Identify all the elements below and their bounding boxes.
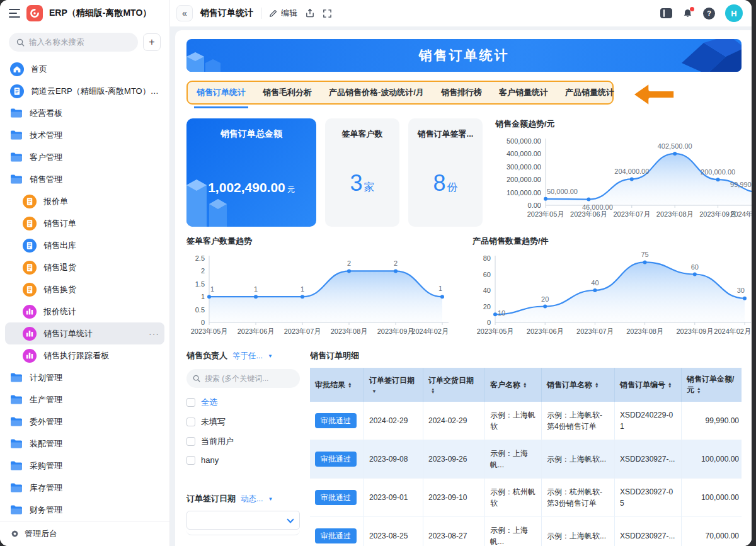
- sidebar-item[interactable]: 财务管理: [5, 499, 164, 521]
- sidebar-item-label: 经营看板: [30, 108, 159, 119]
- notifications-bell-icon[interactable]: [682, 8, 693, 19]
- table-row[interactable]: 审批通过2023-08-252023-08-27示例：上海帆...示例：上海帆软…: [310, 517, 742, 546]
- sidebar-item[interactable]: 销售订单统计···: [5, 322, 164, 344]
- checkbox[interactable]: [186, 398, 195, 407]
- column-header[interactable]: 销售订单金额/元▲▼: [682, 368, 742, 402]
- filter-options: 全选未填写当前用户hany: [186, 397, 300, 465]
- table-row[interactable]: 审批通过2024-02-292024-02-29示例：上海帆软示例：上海帆软-第…: [310, 402, 742, 440]
- kpi-value: 3: [350, 170, 362, 196]
- doc-icon: [23, 217, 37, 230]
- folder-icon: [10, 372, 23, 383]
- filter-search-input[interactable]: 搜索 (多个关键词...: [186, 369, 300, 388]
- signed-customers-trend-chart: 00.511.522.52023年05月2023年06月2023年07月2023…: [186, 248, 451, 338]
- date-filter-operator-link[interactable]: 动态...: [241, 494, 263, 504]
- sidebar-item[interactable]: 委外管理: [5, 411, 164, 433]
- collapse-sidebar-button[interactable]: «: [176, 5, 193, 21]
- filter-option[interactable]: 全选: [186, 397, 300, 408]
- edit-button[interactable]: 编辑: [269, 8, 297, 19]
- sidebar-item-label: 报价单: [43, 196, 159, 207]
- sidebar-item[interactable]: 简道云ERP（精细版-离散MTO）「...: [5, 80, 164, 102]
- kpi-card-signed-orders[interactable]: 销售订单签署... 8份: [408, 118, 483, 227]
- sidebar-item[interactable]: 销售管理: [5, 168, 164, 190]
- sidebar-item[interactable]: 库存管理: [5, 477, 164, 499]
- sidebar-item[interactable]: 销售退货: [5, 256, 164, 278]
- status-badge[interactable]: 审批通过: [315, 490, 357, 505]
- signed-customers-trend-card: 签单客户数量趋势 00.511.522.52023年05月2023年06月202…: [186, 236, 469, 339]
- folder-icon: [10, 152, 23, 162]
- date-range-select[interactable]: [186, 511, 300, 530]
- sidebar-item[interactable]: 销售换货: [5, 278, 164, 300]
- svg-text:0: 0: [201, 319, 205, 326]
- sidebar-item[interactable]: 销售订单: [5, 212, 164, 234]
- tab-5[interactable]: 客户销量统计: [499, 81, 548, 105]
- sidebar-item-label: 销售执行跟踪看板: [43, 350, 159, 361]
- sidebar-item[interactable]: 销售出库: [5, 234, 164, 256]
- svg-text:40: 40: [483, 287, 491, 294]
- svg-text:1: 1: [210, 285, 214, 293]
- sidebar-item-label: 生产管理: [30, 394, 159, 406]
- menu-icon[interactable]: [9, 9, 20, 18]
- filter-option[interactable]: hany: [186, 455, 300, 465]
- sidebar-item[interactable]: 装配管理: [5, 433, 164, 455]
- svg-text:2023年06月: 2023年06月: [570, 210, 607, 218]
- chevron-down-icon[interactable]: ▼: [268, 496, 273, 502]
- add-button[interactable]: +: [143, 33, 161, 51]
- folder-icon: [10, 438, 23, 449]
- column-header[interactable]: 客户名称▲▼: [485, 368, 542, 402]
- tab-6[interactable]: 产品销量统计: [565, 81, 614, 105]
- more-icon[interactable]: ···: [149, 329, 159, 339]
- svg-text:2023年08月: 2023年08月: [331, 327, 368, 335]
- tab-3[interactable]: 产品销售价格-波动统计/月: [329, 81, 424, 105]
- sidebar-toggle-icon[interactable]: [660, 8, 672, 18]
- kpi-card-total-amount[interactable]: 销售订单总金额 1,002,490.00元: [186, 118, 316, 227]
- sidebar-item[interactable]: 生产管理: [5, 389, 164, 411]
- tab-2[interactable]: 销售毛利分析: [263, 81, 312, 105]
- checkbox[interactable]: [186, 456, 195, 465]
- column-header[interactable]: 订单交货日期▲▼: [423, 368, 485, 402]
- filter-option[interactable]: 当前用户: [186, 436, 300, 447]
- status-badge[interactable]: 审批通过: [315, 528, 357, 543]
- dashboard-banner: 销售订单统计: [186, 39, 742, 72]
- svg-text:200,000.00: 200,000.00: [507, 176, 541, 183]
- sidebar-item-label: 销售管理: [30, 174, 159, 185]
- avatar[interactable]: H: [725, 4, 743, 22]
- sidebar-item[interactable]: 报价统计: [5, 300, 164, 322]
- share-icon[interactable]: [305, 8, 315, 18]
- sidebar-item[interactable]: 采购管理: [5, 455, 164, 477]
- filter-option[interactable]: 未填写: [186, 416, 300, 428]
- column-header[interactable]: 订单签订日期▼: [364, 368, 423, 402]
- search-icon: [193, 375, 200, 382]
- filter-option-label: hany: [201, 455, 219, 465]
- fullscreen-icon[interactable]: [323, 9, 332, 18]
- admin-backend-button[interactable]: 管理后台: [0, 521, 169, 546]
- chevron-down-icon[interactable]: ▼: [268, 353, 273, 359]
- sidebar-search-placeholder: 输入名称来搜索: [29, 37, 84, 48]
- help-icon[interactable]: ?: [703, 8, 715, 20]
- checkbox[interactable]: [186, 418, 195, 426]
- filter-operator-link[interactable]: 等于任...: [232, 351, 263, 361]
- table-row[interactable]: 审批通过2023-09-082023-09-26示例：上海帆...示例：上海帆软…: [310, 440, 742, 479]
- sidebar-item[interactable]: 销售执行跟踪看板: [5, 344, 164, 367]
- svg-text:2023年07月: 2023年07月: [613, 210, 650, 218]
- kpi-label: 销售订单签署...: [408, 128, 483, 140]
- column-header[interactable]: 销售订单编号▲▼: [615, 368, 682, 402]
- tab-4[interactable]: 销售排行榜: [441, 81, 482, 105]
- status-badge[interactable]: 审批通过: [315, 452, 357, 467]
- sidebar-item[interactable]: 计划管理: [5, 367, 164, 389]
- sidebar-item-label: 报价统计: [43, 306, 159, 317]
- status-badge[interactable]: 审批通过: [315, 413, 357, 428]
- tab-1[interactable]: 销售订单统计: [197, 81, 246, 105]
- checkbox[interactable]: [186, 437, 195, 446]
- table-row[interactable]: 审批通过2023-09-012023-09-10示例：杭州帆软示例：杭州帆软-第…: [310, 479, 742, 517]
- sidebar-item[interactable]: 报价单: [5, 190, 164, 212]
- column-header[interactable]: 销售订单名称▲▼: [542, 368, 615, 402]
- kpi-card-signed-customers[interactable]: 签单客户数 3家: [325, 118, 399, 227]
- column-header[interactable]: 审批结果▲▼: [310, 368, 364, 402]
- sort-icon: ▲▼: [697, 387, 701, 394]
- sidebar-item[interactable]: 首页: [5, 58, 164, 80]
- sidebar-item[interactable]: 客户管理: [5, 146, 164, 168]
- sidebar-item[interactable]: 技术管理: [5, 124, 164, 146]
- product-sales-qty-trend-card: 产品销售数量趋势/件 0204060802023年05月2023年06月2023…: [469, 236, 742, 339]
- sidebar-search-input[interactable]: 输入名称来搜索: [9, 33, 138, 52]
- sidebar-item[interactable]: 经营看板: [5, 102, 164, 124]
